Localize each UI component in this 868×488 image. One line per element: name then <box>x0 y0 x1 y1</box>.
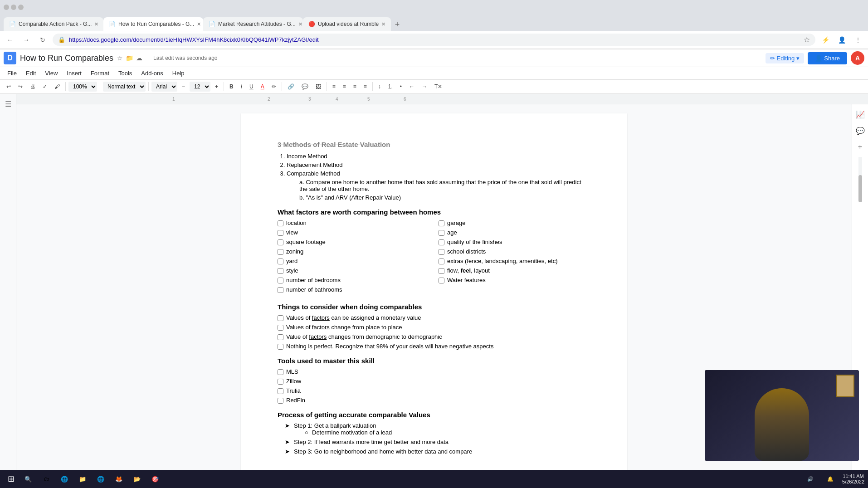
refresh-btn[interactable]: ↻ <box>36 34 49 46</box>
underline-btn[interactable]: U <box>247 82 256 92</box>
maximize-btn[interactable] <box>11 5 16 10</box>
clear-format-btn[interactable]: T✕ <box>432 82 445 92</box>
share-button[interactable]: 👤 Share <box>808 52 847 64</box>
redo-btn[interactable]: ↪ <box>15 82 25 92</box>
volume-icon[interactable]: 🔔 <box>822 471 839 487</box>
folder-taskbar-icon[interactable]: 📂 <box>129 471 145 487</box>
bullet-list-btn[interactable]: • <box>397 82 405 92</box>
menu-insert[interactable]: Insert <box>63 68 85 78</box>
firefox-taskbar-icon[interactable]: 🦊 <box>111 471 127 487</box>
close-btn[interactable] <box>18 5 24 10</box>
tool-trulia-checkbox[interactable] <box>278 388 283 394</box>
factor-school-checkbox[interactable] <box>439 249 444 255</box>
menu-view[interactable]: View <box>41 68 61 78</box>
font-select[interactable]: Arial <box>151 82 177 92</box>
font-increase-btn[interactable]: + <box>212 82 221 92</box>
tool-redfin-checkbox[interactable] <box>278 398 283 404</box>
consideration-3-checkbox[interactable] <box>278 334 283 340</box>
tab-3-close[interactable]: ✕ <box>298 21 302 27</box>
menu-addons[interactable]: Add-ons <box>137 68 166 78</box>
bold-btn[interactable]: B <box>227 82 236 92</box>
factor-age-checkbox[interactable] <box>439 230 444 236</box>
tool-zillow-checkbox[interactable] <box>278 379 283 385</box>
font-decrease-btn[interactable]: − <box>179 82 188 92</box>
network-icon[interactable]: 🔊 <box>802 471 819 487</box>
comment-sidebar-icon[interactable]: 💬 <box>854 124 867 137</box>
slides-taskbar-icon[interactable]: 🎯 <box>147 471 163 487</box>
tab-1-close[interactable]: ✕ <box>94 21 98 27</box>
factor-style-checkbox[interactable] <box>278 268 283 274</box>
avatar[interactable]: A <box>851 51 864 65</box>
factor-sqft-checkbox[interactable] <box>278 239 283 245</box>
tab-4[interactable]: 🔴 Upload videos at Rumble ✕ <box>303 17 391 31</box>
edge-taskbar-icon[interactable]: 🌐 <box>93 471 109 487</box>
menu-btn[interactable]: ⋮ <box>852 34 864 46</box>
tab-1[interactable]: 📄 Comparable Action Pack - G... ✕ <box>4 17 103 31</box>
taskbar-clock[interactable]: 11:41 AM 5/26/2022 <box>842 473 864 484</box>
factor-yard-checkbox[interactable] <box>278 259 283 264</box>
justify-btn[interactable]: ≡ <box>361 82 370 92</box>
consideration-4-checkbox[interactable] <box>278 344 283 350</box>
tab-2-close[interactable]: ✕ <box>197 21 201 27</box>
menu-file[interactable]: File <box>4 68 20 78</box>
menu-help[interactable]: Help <box>169 68 188 78</box>
consideration-1-checkbox[interactable] <box>278 315 283 321</box>
start-btn[interactable]: ⊞ <box>4 472 18 486</box>
style-select[interactable]: Normal text Heading 1 Heading 2 <box>103 82 146 92</box>
undo-btn[interactable]: ↩ <box>4 82 14 92</box>
image-btn[interactable]: 🖼 <box>313 82 324 92</box>
scroll-thumb[interactable] <box>858 175 862 202</box>
forward-btn[interactable]: → <box>20 34 33 46</box>
new-tab-btn[interactable]: + <box>391 18 404 31</box>
highlight-btn[interactable]: ✏ <box>269 82 279 92</box>
link-btn[interactable]: 🔗 <box>285 82 297 92</box>
menu-tools[interactable]: Tools <box>115 68 136 78</box>
extensions-btn[interactable]: ⚡ <box>819 34 832 46</box>
zoom-select[interactable]: 100% <box>68 82 97 92</box>
align-right-btn[interactable]: ≡ <box>351 82 359 92</box>
align-center-btn[interactable]: ≡ <box>340 82 349 92</box>
tab-3[interactable]: 📄 Market Research Attitudes - G... ✕ <box>203 17 303 31</box>
factor-zoning-checkbox[interactable] <box>278 249 283 255</box>
cloud-icon[interactable]: ☁ <box>136 54 142 62</box>
outline-icon[interactable]: ☰ <box>2 98 15 110</box>
comment-btn[interactable]: 💬 <box>299 82 311 92</box>
factor-bedrooms-checkbox[interactable] <box>278 278 283 283</box>
back-btn[interactable]: ← <box>4 34 16 46</box>
factor-water-checkbox[interactable] <box>439 278 444 283</box>
indent-more-btn[interactable]: → <box>419 82 430 92</box>
search-taskbar-btn[interactable]: 🔍 <box>20 471 36 487</box>
text-color-btn[interactable]: A <box>258 82 267 92</box>
chrome-taskbar-icon[interactable]: 🌐 <box>56 471 73 487</box>
font-size-select[interactable]: 12 10 14 16 <box>190 82 210 92</box>
url-bar[interactable]: 🔒 https://docs.google.com/document/d/1ie… <box>53 34 815 46</box>
menu-edit[interactable]: Edit <box>22 68 39 78</box>
bookmark-icon[interactable]: ☆ <box>804 35 810 44</box>
minimize-btn[interactable] <box>4 5 9 10</box>
consideration-2-checkbox[interactable] <box>278 325 283 331</box>
tool-mls-checkbox[interactable] <box>278 369 283 375</box>
scroll-track[interactable] <box>858 157 862 202</box>
spell-check-btn[interactable]: ✓ <box>40 82 50 92</box>
factor-view-checkbox[interactable] <box>278 230 283 236</box>
star-icon[interactable]: ☆ <box>117 54 123 62</box>
align-left-btn[interactable]: ≡ <box>330 82 338 92</box>
tab-4-close[interactable]: ✕ <box>381 21 385 27</box>
factor-extras-checkbox[interactable] <box>439 259 444 264</box>
doc-page[interactable]: 3 Methods of Real Estate Valuation Incom… <box>241 113 627 485</box>
editing-btn[interactable]: ✏ Editing ▾ <box>766 53 805 63</box>
indent-less-btn[interactable]: ← <box>406 82 417 92</box>
factor-garage-checkbox[interactable] <box>439 220 444 226</box>
tab-2[interactable]: 📄 How to Run Comparables - G... ✕ <box>103 17 203 31</box>
plus-sidebar-icon[interactable]: + <box>854 141 867 153</box>
print-btn[interactable]: 🖨 <box>27 82 38 92</box>
task-view-btn[interactable]: 🗂 <box>38 471 54 487</box>
factor-flow-checkbox[interactable] <box>439 268 444 274</box>
folder-icon[interactable]: 📁 <box>126 54 133 62</box>
explorer-taskbar-icon[interactable]: 📁 <box>74 471 91 487</box>
italic-btn[interactable]: I <box>238 82 245 92</box>
chart-icon[interactable]: 📈 <box>854 108 867 121</box>
factor-location-checkbox[interactable] <box>278 220 283 226</box>
paint-format-btn[interactable]: 🖌 <box>52 82 63 92</box>
factor-bathrooms-checkbox[interactable] <box>278 287 283 293</box>
